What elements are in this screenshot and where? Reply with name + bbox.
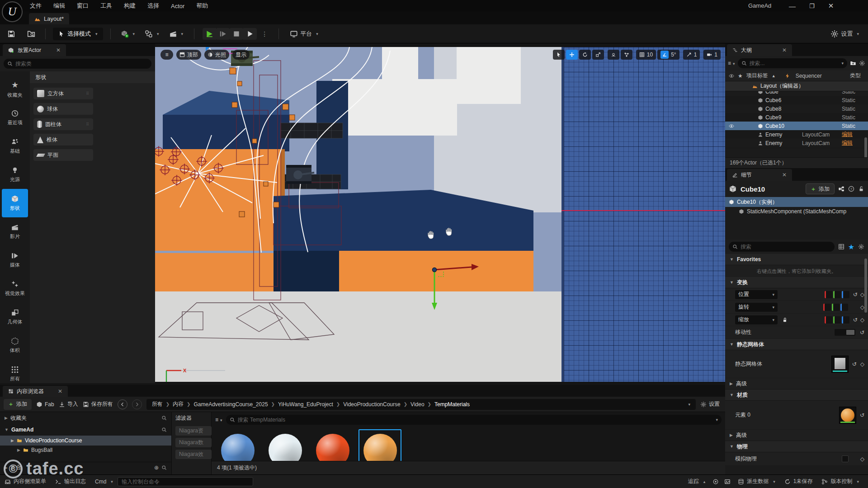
- chevron-down-icon[interactable]: ▾: [841, 61, 844, 66]
- chevron-down-icon[interactable]: ▾: [716, 418, 718, 422]
- category-basic[interactable]: 基础: [2, 132, 28, 160]
- category-lights[interactable]: 光源: [2, 160, 28, 189]
- details-scrollbar[interactable]: [864, 258, 867, 313]
- breadcrumb-folder[interactable]: Video: [410, 401, 424, 408]
- details-search-input[interactable]: [741, 244, 831, 250]
- search-icon[interactable]: [161, 415, 167, 421]
- reset-icon[interactable]: ↺: [860, 329, 864, 336]
- add-collection-button[interactable]: ⊕: [154, 465, 159, 471]
- instance-row[interactable]: Cube10（实例）: [725, 197, 868, 207]
- console-input-wrap[interactable]: [118, 477, 253, 486]
- unreal-logo[interactable]: U: [2, 1, 23, 22]
- eye-icon[interactable]: [729, 123, 734, 129]
- reset-icon[interactable]: ↺: [860, 412, 864, 418]
- chevron-down-icon[interactable]: ▾: [688, 402, 690, 407]
- cmd-dropdown[interactable]: Cmd▾: [90, 475, 118, 488]
- keyframe-diamond-icon[interactable]: ◇: [860, 317, 864, 323]
- revision-control-dropdown[interactable]: 版本控制▾: [817, 475, 863, 488]
- close-icon[interactable]: ✕: [782, 47, 787, 53]
- rotation-x-field[interactable]: [823, 304, 831, 311]
- location-dropdown[interactable]: 位置▾: [735, 290, 778, 299]
- actor-row[interactable]: Cube9Static: [725, 113, 868, 122]
- add-component-button[interactable]: ＋ 添加: [806, 183, 835, 194]
- cb-settings-button[interactable]: 设置: [700, 400, 720, 408]
- grid-snap-toggle[interactable]: 10: [636, 50, 656, 60]
- menu-select[interactable]: 选择: [147, 2, 159, 10]
- category-media[interactable]: 媒体: [2, 246, 28, 274]
- camera-speed-button[interactable]: 1: [703, 50, 721, 60]
- play-options-button[interactable]: ⋮: [259, 28, 270, 39]
- menu-window[interactable]: 窗口: [77, 2, 89, 10]
- camera-speed-value[interactable]: 1: [714, 52, 717, 58]
- component-row[interactable]: StaticMeshComponent (StaticMeshComp: [725, 207, 868, 216]
- search-icon[interactable]: [161, 427, 167, 432]
- category-cinematic[interactable]: 影片: [2, 217, 28, 246]
- outliner-column-header[interactable]: ★ 项目标签▲ Sequencer 类型: [725, 70, 868, 81]
- outliner-search-input[interactable]: [750, 60, 837, 66]
- close-icon[interactable]: ✕: [56, 47, 61, 53]
- target-icon-button[interactable]: [712, 479, 719, 485]
- shape-cube[interactable]: 立方体⠿: [33, 88, 93, 99]
- blueprint-edit-button[interactable]: [838, 186, 844, 192]
- shape-cone[interactable]: 椎体: [33, 134, 93, 145]
- advance-button[interactable]: [243, 28, 257, 40]
- back-button[interactable]: [118, 399, 127, 409]
- add-actor-dropdown[interactable]: ▾: [118, 28, 138, 40]
- surface-snap-button[interactable]: [621, 50, 632, 60]
- cinematics-dropdown[interactable]: ▾: [166, 28, 186, 40]
- add-folder-button[interactable]: [850, 60, 856, 66]
- unsaved-button[interactable]: 1未保存: [780, 475, 817, 488]
- scale-lock-icon[interactable]: [782, 317, 788, 323]
- menu-build[interactable]: 构建: [124, 2, 136, 10]
- breadcrumb-folder[interactable]: VideoProductionCourse: [343, 401, 401, 408]
- category-geometry[interactable]: 几何体: [2, 303, 28, 331]
- breadcrumb-folder[interactable]: YiHuWang_EduProject: [278, 401, 333, 408]
- shape-plane[interactable]: 平面: [33, 149, 93, 161]
- help-button[interactable]: ?: [848, 186, 854, 192]
- scale-dropdown[interactable]: 缩放▾: [735, 315, 778, 324]
- rotate-tool-button[interactable]: [579, 50, 591, 60]
- favorites-section-header[interactable]: ▼Favorites: [725, 254, 868, 265]
- rotation-dropdown[interactable]: 旋转▾: [735, 303, 778, 312]
- platforms-dropdown[interactable]: 平台 ▾: [287, 28, 321, 40]
- scale-snap-value[interactable]: 1: [694, 52, 697, 58]
- play-button[interactable]: [203, 28, 216, 40]
- outliner-settings-button[interactable]: [859, 60, 865, 66]
- material-thumbnail[interactable]: [839, 407, 856, 424]
- scale-y-field[interactable]: [833, 316, 841, 324]
- stop-button[interactable]: [230, 28, 243, 40]
- actor-row-selected[interactable]: Cube10Static: [725, 122, 868, 130]
- reset-icon[interactable]: ↺: [852, 361, 857, 367]
- cb-search[interactable]: ▾: [226, 415, 722, 425]
- search-icon[interactable]: [161, 465, 167, 470]
- scale-tool-button[interactable]: [592, 50, 604, 60]
- category-all[interactable]: 所有: [2, 360, 28, 388]
- actor-row[interactable]: Enemy LayoutCam 编辑: [725, 139, 868, 147]
- maximize-button[interactable]: ❐: [809, 3, 815, 9]
- settings-dropdown[interactable]: 设置 ▾: [828, 28, 862, 40]
- physics-section-header[interactable]: ▼物理: [725, 441, 868, 452]
- breadcrumb-folder[interactable]: GameAdvertisingCourse_2025: [193, 401, 268, 408]
- minimize-button[interactable]: —: [789, 2, 796, 10]
- actor-row[interactable]: Cube6Static: [725, 96, 868, 104]
- screenshot-button[interactable]: [724, 479, 731, 485]
- rotation-z-field[interactable]: [840, 304, 848, 311]
- console-input[interactable]: [122, 479, 249, 485]
- close-icon[interactable]: ✕: [782, 172, 787, 178]
- breadcrumb-content[interactable]: 内容: [173, 400, 184, 408]
- category-visual-effects[interactable]: 视觉效果: [2, 274, 28, 303]
- outliner-world-row[interactable]: Layout（编辑器）: [725, 81, 868, 91]
- outliner-search[interactable]: ▾: [738, 58, 847, 68]
- keyframe-diamond-icon[interactable]: ◇: [860, 291, 864, 298]
- rotation-snap-value[interactable]: 5°: [671, 52, 676, 58]
- breadcrumb-all[interactable]: 所有: [152, 400, 163, 408]
- lock-icon[interactable]: [858, 186, 864, 192]
- level-tab-layout[interactable]: Layout*: [29, 13, 69, 24]
- forward-button[interactable]: [132, 399, 142, 409]
- outliner-filter-button[interactable]: ≡▾: [728, 60, 735, 66]
- edit-link[interactable]: 编辑: [842, 139, 862, 147]
- skip-button[interactable]: [216, 28, 230, 40]
- materials-section-header[interactable]: ▼材质: [725, 389, 868, 401]
- edit-link[interactable]: 编辑: [842, 131, 862, 138]
- rotation-y-field[interactable]: [832, 304, 840, 311]
